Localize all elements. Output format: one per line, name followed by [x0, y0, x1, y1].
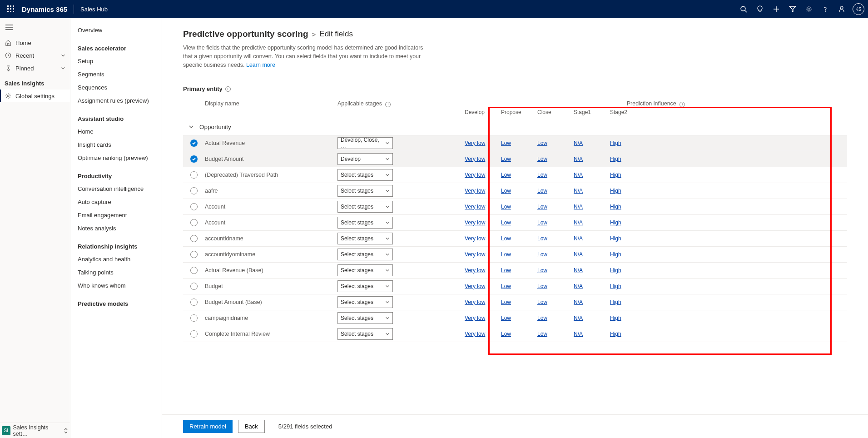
influence-link[interactable]: Low	[501, 299, 511, 305]
nav2-item[interactable]: Email engagement	[70, 209, 162, 222]
influence-link[interactable]: N/A	[574, 299, 583, 305]
nav2-item[interactable]: Segments	[70, 68, 162, 81]
nav2-item[interactable]: Sequences	[70, 81, 162, 94]
row-checkbox[interactable]	[190, 139, 198, 147]
influence-link[interactable]: High	[610, 219, 621, 226]
influence-link[interactable]: N/A	[574, 172, 583, 178]
influence-link[interactable]: Low	[537, 251, 547, 258]
area-updown-icon[interactable]	[64, 428, 68, 434]
influence-link[interactable]: Low	[501, 267, 511, 274]
influence-link[interactable]: N/A	[574, 283, 583, 289]
influence-link[interactable]: Very low	[465, 235, 485, 242]
influence-link[interactable]: Low	[537, 204, 547, 210]
influence-link[interactable]: N/A	[574, 140, 583, 146]
row-checkbox[interactable]	[190, 235, 198, 242]
influence-link[interactable]: Low	[501, 331, 511, 337]
stages-dropdown[interactable]: Select stages	[337, 233, 393, 244]
stages-dropdown[interactable]: Select stages	[337, 185, 393, 197]
influence-link[interactable]: Very low	[465, 156, 485, 162]
nav1-item-recent[interactable]: Recent	[0, 49, 70, 62]
influence-link[interactable]: Low	[501, 219, 511, 226]
waffle-icon[interactable]	[4, 5, 18, 13]
influence-link[interactable]: Very low	[465, 331, 485, 337]
influence-link[interactable]: Very low	[465, 283, 485, 289]
influence-link[interactable]: N/A	[574, 251, 583, 258]
influence-link[interactable]: Very low	[465, 267, 485, 274]
nav2-item[interactable]: Talking points	[70, 266, 162, 279]
nav2-item[interactable]: Insight cards	[70, 138, 162, 151]
influence-link[interactable]: N/A	[574, 267, 583, 274]
row-checkbox[interactable]	[190, 330, 198, 338]
influence-link[interactable]: Low	[537, 140, 547, 146]
influence-link[interactable]: Low	[501, 172, 511, 178]
bulb-icon[interactable]	[752, 0, 768, 18]
nav2-item[interactable]: Conversation intelligence	[70, 182, 162, 195]
help-icon[interactable]	[817, 0, 833, 18]
row-checkbox[interactable]	[190, 187, 198, 194]
hamburger-icon[interactable]	[0, 18, 70, 36]
influence-link[interactable]: Low	[501, 251, 511, 258]
info-icon[interactable]: i	[225, 86, 231, 92]
influence-link[interactable]: Low	[537, 315, 547, 321]
influence-link[interactable]: High	[610, 251, 621, 258]
stages-dropdown[interactable]: Select stages	[337, 312, 393, 324]
influence-link[interactable]: Very low	[465, 299, 485, 305]
nav2-item[interactable]: Setup	[70, 55, 162, 68]
influence-link[interactable]: High	[610, 235, 621, 242]
gear-icon[interactable]	[801, 0, 817, 18]
col-stage[interactable]: Stage2	[610, 109, 646, 115]
col-stage[interactable]: Propose	[501, 109, 537, 115]
influence-link[interactable]: Low	[501, 235, 511, 242]
influence-link[interactable]: Low	[537, 156, 547, 162]
nav1-item-home[interactable]: Home	[0, 36, 70, 49]
influence-link[interactable]: High	[610, 299, 621, 305]
influence-link[interactable]: High	[610, 172, 621, 178]
col-display-name[interactable]: Display name	[205, 100, 337, 115]
influence-link[interactable]: High	[610, 140, 621, 146]
app-title[interactable]: Sales Hub	[80, 6, 108, 13]
influence-link[interactable]: Low	[537, 283, 547, 289]
influence-link[interactable]: Low	[501, 283, 511, 289]
influence-link[interactable]: Low	[537, 299, 547, 305]
row-checkbox[interactable]	[190, 171, 198, 179]
row-checkbox[interactable]	[190, 314, 198, 322]
stages-dropdown[interactable]: Select stages	[337, 264, 393, 276]
row-checkbox[interactable]	[190, 267, 198, 274]
search-icon[interactable]	[735, 0, 752, 18]
area-switcher[interactable]: SI Sales Insights sett…	[0, 423, 70, 438]
influence-link[interactable]: N/A	[574, 331, 583, 337]
influence-link[interactable]: N/A	[574, 235, 583, 242]
influence-link[interactable]: High	[610, 156, 621, 162]
influence-link[interactable]: Low	[537, 331, 547, 337]
breadcrumb-root[interactable]: Predictive opportunity scoring	[183, 29, 308, 39]
person-assistant-icon[interactable]	[833, 0, 850, 18]
nav2-item[interactable]: Assignment rules (preview)	[70, 94, 162, 107]
influence-link[interactable]: High	[610, 267, 621, 274]
stages-dropdown[interactable]: Select stages	[337, 169, 393, 181]
influence-link[interactable]: Very low	[465, 140, 485, 146]
influence-link[interactable]: Very low	[465, 315, 485, 321]
col-stage[interactable]: Stage1	[574, 109, 610, 115]
influence-link[interactable]: Low	[501, 204, 511, 210]
influence-link[interactable]: Very low	[465, 251, 485, 258]
row-checkbox[interactable]	[190, 299, 198, 306]
influence-link[interactable]: Low	[537, 172, 547, 178]
influence-link[interactable]: Low	[501, 188, 511, 194]
influence-link[interactable]: Low	[501, 140, 511, 146]
learn-more-link[interactable]: Learn more	[246, 62, 275, 68]
col-stage[interactable]: Close	[537, 109, 574, 115]
influence-link[interactable]: Low	[537, 219, 547, 226]
influence-link[interactable]: Low	[501, 315, 511, 321]
col-prediction-influence[interactable]: Prediction influence	[627, 100, 676, 107]
stages-dropdown[interactable]: Select stages	[337, 249, 393, 260]
stages-dropdown[interactable]: Select stages	[337, 296, 393, 308]
avatar[interactable]: KS	[853, 3, 864, 15]
influence-link[interactable]: N/A	[574, 204, 583, 210]
influence-link[interactable]: N/A	[574, 315, 583, 321]
stages-dropdown[interactable]: Develop, Close, …	[337, 137, 393, 149]
nav1-item-pinned[interactable]: Pinned	[0, 62, 70, 75]
add-icon[interactable]	[768, 0, 784, 18]
row-checkbox[interactable]	[190, 203, 198, 210]
influence-link[interactable]: High	[610, 315, 621, 321]
group-opportunity[interactable]: Opportunity	[183, 119, 847, 135]
